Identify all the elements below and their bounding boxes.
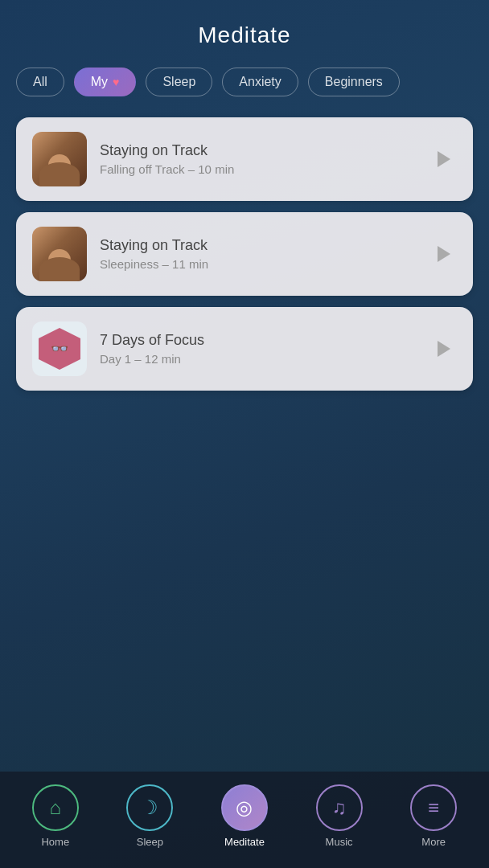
nav-label-home: Home [41, 836, 69, 848]
filter-tab-beginners[interactable]: Beginners [308, 68, 400, 96]
play-triangle-icon-1 [438, 151, 450, 167]
content-area: Staying on Track Falling off Track – 10 … [0, 109, 489, 448]
card-title-3: 7 Days of Focus [100, 332, 415, 349]
home-icon: ⌂ [50, 796, 62, 819]
header: Meditate [0, 0, 489, 61]
home-icon-circle: ⌂ [32, 784, 79, 831]
card-info-3: 7 Days of Focus Day 1 – 12 min [100, 332, 415, 366]
card-title-1: Staying on Track [100, 142, 415, 159]
heart-icon: ♥ [113, 76, 119, 88]
nav-label-more: More [421, 836, 446, 848]
card-title-2: Staying on Track [100, 237, 415, 254]
play-button-1[interactable] [428, 145, 457, 174]
nav-label-music: Music [326, 836, 353, 848]
play-button-2[interactable] [428, 240, 457, 268]
sleep-icon-circle: ☽ [126, 784, 173, 831]
filter-tab-my[interactable]: My ♥ [74, 68, 137, 96]
nav-label-sleep: Sleep [137, 836, 163, 848]
more-icon-circle: ≡ [410, 784, 457, 831]
card-thumbnail-3: 👓 [32, 321, 87, 376]
bottom-nav: ⌂ Home ☽ Sleep ◎ Meditate ♫ Music ≡ More [0, 772, 489, 868]
card-info-1: Staying on Track Falling off Track – 10 … [100, 142, 415, 176]
nav-item-sleep[interactable]: ☽ Sleep [103, 784, 198, 848]
card-thumbnail-1 [32, 132, 87, 186]
thumbnail-person-image-2 [32, 227, 87, 281]
more-icon: ≡ [428, 796, 439, 819]
glasses-icon: 👓 [51, 340, 68, 358]
nav-item-more[interactable]: ≡ More [386, 784, 481, 848]
card-subtitle-1: Falling off Track – 10 min [100, 162, 415, 176]
filter-tab-all[interactable]: All [16, 68, 64, 96]
play-triangle-icon-3 [438, 341, 450, 357]
card-info-2: Staying on Track Sleepiness – 11 min [100, 237, 415, 271]
filter-tab-anxiety[interactable]: Anxiety [222, 68, 298, 96]
content-spacer [0, 448, 489, 772]
music-icon-circle: ♫ [316, 784, 363, 831]
thumbnail-person-image [32, 132, 87, 186]
meditation-card-3[interactable]: 👓 7 Days of Focus Day 1 – 12 min [16, 307, 473, 391]
filter-tabs: All My ♥ Sleep Anxiety Beginners [0, 61, 489, 109]
nav-item-meditate[interactable]: ◎ Meditate [197, 784, 292, 848]
page-title: Meditate [198, 23, 290, 47]
filter-tab-sleep[interactable]: Sleep [146, 68, 212, 96]
thumbnail-focus: 👓 [32, 321, 87, 376]
play-button-3[interactable] [428, 334, 457, 363]
sleep-icon: ☽ [141, 796, 158, 819]
nav-label-meditate: Meditate [224, 836, 265, 848]
meditate-icon: ◎ [236, 796, 253, 819]
hexagon-shape: 👓 [39, 328, 80, 370]
play-triangle-icon-2 [438, 246, 450, 262]
meditation-card-1[interactable]: Staying on Track Falling off Track – 10 … [16, 117, 473, 201]
nav-item-home[interactable]: ⌂ Home [8, 784, 103, 848]
card-subtitle-3: Day 1 – 12 min [100, 352, 415, 366]
card-subtitle-2: Sleepiness – 11 min [100, 257, 415, 271]
nav-item-music[interactable]: ♫ Music [292, 784, 387, 848]
meditation-card-2[interactable]: Staying on Track Sleepiness – 11 min [16, 212, 473, 296]
card-thumbnail-2 [32, 227, 87, 281]
music-icon: ♫ [332, 796, 347, 819]
meditate-icon-circle: ◎ [221, 784, 268, 831]
